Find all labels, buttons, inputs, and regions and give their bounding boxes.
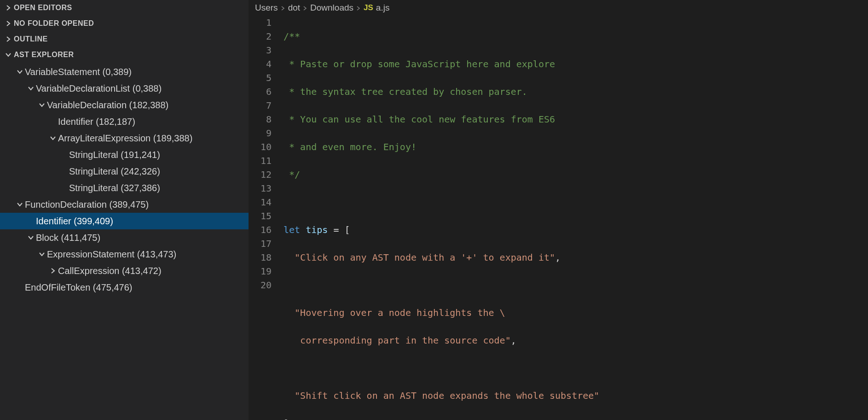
tree-item[interactable]: StringLiteral (327,386) [0,180,249,196]
breadcrumb-part[interactable]: dot [288,3,300,13]
tree-item-label: ExpressionStatement (413,473) [46,249,176,260]
chevron-right-icon [5,5,12,11]
chevron-down-icon[interactable] [27,86,35,91]
line-number: 8 [249,112,272,126]
breadcrumb-file[interactable]: a.js [376,3,390,13]
section-header[interactable]: NO FOLDER OPENED [0,16,249,31]
tree-item-label: Block (411,475) [35,233,100,243]
tree-item-label: StringLiteral (191,241) [68,150,160,160]
chevron-right-icon[interactable] [49,268,57,274]
tree-item-label: Identifier (399,409) [35,216,113,227]
line-number-gutter: 1234567891011121314151617181920 [249,16,284,420]
tree-item-label: VariableStatement (0,389) [24,67,132,77]
chevron-down-icon[interactable] [49,135,57,141]
tree-item[interactable]: ArrayLiteralExpression (189,388) [0,130,249,146]
tree-item[interactable]: Identifier (399,409) [0,213,249,229]
line-number: 7 [249,99,272,112]
chevron-right-icon [356,3,361,13]
line-number: 20 [249,278,272,292]
ast-tree: VariableStatement (0,389)VariableDeclara… [0,63,249,300]
line-number: 19 [249,264,272,278]
js-file-icon: JS [364,3,373,12]
section-header[interactable]: AST EXPLORER [0,47,249,63]
tree-item[interactable]: VariableStatement (0,389) [0,64,249,80]
line-number: 9 [249,126,272,140]
tree-item[interactable]: EndOfFileToken (475,476) [0,279,249,296]
tree-item-label: Identifier (182,187) [57,117,135,127]
chevron-right-icon [281,3,285,13]
tree-item-label: FunctionDeclaration (389,475) [24,199,149,210]
tree-item[interactable]: FunctionDeclaration (389,475) [0,196,249,213]
code-editor[interactable]: 1234567891011121314151617181920 /** * Pa… [249,16,868,420]
chevron-right-icon [303,3,307,13]
tree-item-label: EndOfFileToken (475,476) [24,282,132,293]
line-number: 3 [249,43,272,57]
chevron-down-icon[interactable] [16,202,24,207]
tree-item-label: CallExpression (413,472) [57,266,162,276]
line-number: 17 [249,237,272,251]
line-number: 10 [249,140,272,154]
tree-item[interactable]: VariableDeclaration (182,388) [0,97,249,113]
line-number: 15 [249,209,272,223]
tree-item-label: StringLiteral (242,326) [68,166,160,177]
line-number: 14 [249,195,272,209]
breadcrumb-part[interactable]: Downloads [310,3,353,13]
line-number: 5 [249,71,272,85]
chevron-down-icon[interactable] [16,69,24,75]
tree-item[interactable]: CallExpression (413,472) [0,262,249,279]
chevron-right-icon [5,36,12,42]
section-label: OPEN EDITORS [14,4,72,12]
section-label: NO FOLDER OPENED [14,19,94,28]
chevron-down-icon [5,52,12,58]
chevron-right-icon [5,21,12,26]
breadcrumb[interactable]: Users dot Downloads JS a.js [249,0,868,16]
tree-item-label: ArrayLiteralExpression (189,388) [57,133,192,144]
section-header[interactable]: OUTLINE [0,31,249,47]
line-number: 6 [249,85,272,99]
chevron-down-icon[interactable] [38,102,46,108]
breadcrumb-part[interactable]: Users [255,3,278,13]
section-header[interactable]: OPEN EDITORS [0,0,249,16]
section-label: AST EXPLORER [14,51,74,59]
line-number: 12 [249,168,272,181]
tree-item[interactable]: Block (411,475) [0,229,249,246]
tree-item[interactable]: VariableDeclarationList (0,388) [0,80,249,97]
tree-item-label: VariableDeclarationList (0,388) [35,83,162,94]
chevron-down-icon[interactable] [38,251,46,257]
code-content[interactable]: /** * Paste or drop some JavaScript here… [284,16,868,420]
line-number: 13 [249,181,272,195]
line-number: 4 [249,57,272,71]
chevron-down-icon[interactable] [27,235,35,240]
line-number: 18 [249,251,272,264]
tree-item-label: StringLiteral (327,386) [68,183,160,193]
line-number: 1 [249,16,272,29]
section-label: OUTLINE [14,35,48,43]
line-number: 11 [249,154,272,168]
tree-item[interactable]: StringLiteral (191,241) [0,146,249,163]
tree-item-label: VariableDeclaration (182,388) [46,100,168,111]
tree-item[interactable]: ExpressionStatement (413,473) [0,246,249,262]
editor-pane: Users dot Downloads JS a.js 123456789101… [249,0,868,420]
line-number: 16 [249,223,272,237]
line-number: 2 [249,29,272,43]
sidebar: OPEN EDITORSNO FOLDER OPENEDOUTLINEAST E… [0,0,249,420]
tree-item[interactable]: Identifier (182,187) [0,113,249,130]
tree-item[interactable]: StringLiteral (242,326) [0,163,249,180]
